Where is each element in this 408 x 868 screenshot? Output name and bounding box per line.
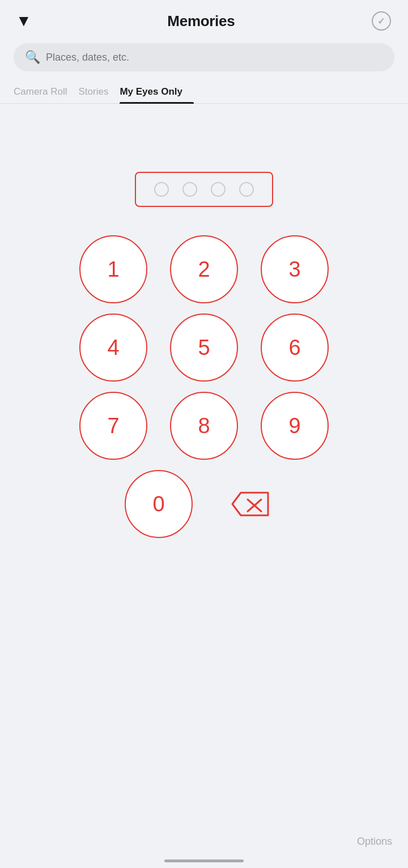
pin-dot-1	[154, 182, 169, 197]
search-bar[interactable]: 🔍	[14, 43, 394, 71]
pin-dot-2	[182, 182, 197, 197]
page-title: Memories	[167, 12, 235, 30]
options-row: Options	[357, 836, 392, 848]
tab-my-eyes-only[interactable]: My Eyes Only	[120, 81, 194, 103]
keypad: 1 2 3 4 5 6 7 8 9 0	[0, 235, 408, 538]
keypad-btn-5[interactable]: 5	[170, 314, 238, 382]
check-icon	[372, 11, 391, 31]
keypad-row-1: 1 2 3	[79, 235, 329, 303]
keypad-row-2: 4 5 6	[79, 314, 329, 382]
keypad-delete-button[interactable]	[215, 470, 283, 538]
keypad-btn-7[interactable]: 7	[79, 392, 147, 460]
keypad-btn-4[interactable]: 4	[79, 314, 147, 382]
tabs-bar: Camera Roll Stories My Eyes Only	[0, 81, 408, 104]
check-button[interactable]	[371, 10, 392, 32]
keypad-btn-8[interactable]: 8	[170, 392, 238, 460]
back-chevron[interactable]: ▼	[16, 13, 32, 29]
keypad-btn-2[interactable]: 2	[170, 235, 238, 303]
main-content: 1 2 3 4 5 6 7 8 9 0	[0, 104, 408, 538]
keypad-btn-9[interactable]: 9	[261, 392, 329, 460]
tab-stories[interactable]: Stories	[78, 81, 120, 103]
home-indicator	[164, 859, 244, 862]
keypad-btn-1[interactable]: 1	[79, 235, 147, 303]
search-icon: 🔍	[25, 50, 40, 65]
delete-icon	[230, 490, 269, 518]
pin-dot-4	[239, 182, 254, 197]
keypad-btn-6[interactable]: 6	[261, 314, 329, 382]
keypad-btn-3[interactable]: 3	[261, 235, 329, 303]
tab-camera-roll[interactable]: Camera Roll	[14, 81, 78, 103]
search-input[interactable]	[46, 52, 383, 63]
keypad-row-3: 7 8 9	[79, 392, 329, 460]
options-button[interactable]: Options	[357, 836, 392, 847]
keypad-btn-0[interactable]: 0	[125, 470, 193, 538]
pin-dot-3	[211, 182, 226, 197]
header: ▼ Memories	[0, 0, 408, 39]
keypad-row-4: 0	[125, 470, 283, 538]
pin-dots-container	[135, 172, 273, 207]
